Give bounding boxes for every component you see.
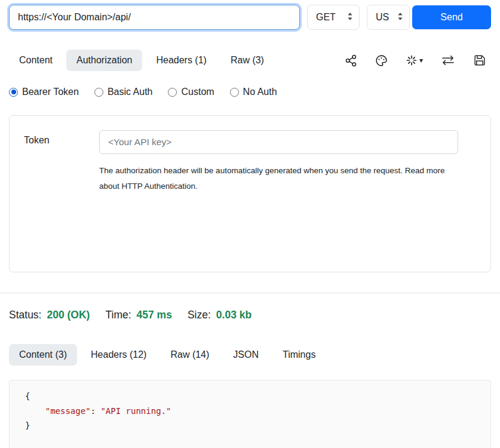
response-body: { "message": "API running." } (9, 380, 491, 448)
token-label: Token (24, 130, 99, 146)
save-icon[interactable] (473, 54, 486, 67)
resp-tab-timings[interactable]: Timings (272, 344, 326, 366)
token-field-area: The authorization header will be automat… (99, 130, 458, 195)
resp-tab-json[interactable]: JSON (223, 344, 269, 366)
token-helper-text: The authorization header will be automat… (99, 163, 450, 195)
tab-authorization[interactable]: Authorization (66, 50, 142, 71)
radio-no-auth[interactable]: No Auth (230, 87, 277, 97)
tab-content[interactable]: Content (9, 50, 63, 71)
radio-custom[interactable]: Custom (168, 87, 214, 97)
token-panel: Token The authorization header will be a… (9, 115, 491, 272)
json-indent (25, 406, 45, 416)
radio-unselected-icon (168, 88, 177, 97)
select-arrows-icon (397, 12, 403, 23)
request-toolbar: ▾ (345, 54, 491, 67)
magic-clean-icon[interactable]: ▾ (406, 54, 423, 66)
json-value: "API running." (100, 406, 171, 416)
select-arrows-icon (347, 12, 353, 23)
region-select-value: US (376, 12, 389, 23)
json-brace: } (25, 421, 30, 430)
auth-type-options: Bearer Token Basic Auth Custom No Auth (9, 87, 491, 97)
share-nodes-icon[interactable] (345, 54, 357, 67)
json-separator: : (91, 406, 101, 416)
radio-bearer-token[interactable]: Bearer Token (9, 87, 79, 97)
json-key: "message" (45, 406, 91, 416)
palette-icon[interactable] (375, 54, 388, 67)
api-client-page: GET US Send Content Authorization Header… (0, 0, 500, 448)
request-bar: GET US Send (9, 5, 491, 30)
token-input[interactable] (99, 130, 458, 154)
chevron-down-icon: ▾ (419, 56, 423, 65)
tab-headers[interactable]: Headers (1) (146, 50, 216, 71)
radio-selected-icon (9, 88, 18, 97)
radio-unselected-icon (94, 88, 103, 97)
resp-tab-content[interactable]: Content (3) (9, 344, 77, 366)
response-tabs: Content (3) Headers (12) Raw (14) JSON T… (9, 344, 491, 366)
resp-tab-headers[interactable]: Headers (12) (81, 344, 157, 366)
request-tabs: Content Authorization Headers (1) Raw (3… (9, 50, 491, 71)
method-select[interactable]: GET (307, 5, 360, 30)
status-value: 200 (OK) (47, 309, 90, 321)
radio-basic-auth[interactable]: Basic Auth (94, 87, 153, 97)
response-status-bar: Status: 200 (OK) Time: 457 ms Size: 0.03… (9, 309, 491, 321)
method-select-value: GET (316, 12, 336, 23)
send-button[interactable]: Send (412, 5, 491, 29)
radio-unselected-icon (230, 88, 239, 97)
swap-arrows-icon[interactable] (441, 54, 455, 66)
time-label: Time: (105, 309, 131, 321)
size-label: Size: (188, 309, 211, 321)
time-value: 457 ms (137, 309, 172, 321)
size-value: 0.03 kb (216, 309, 251, 321)
status-label: Status: (9, 309, 41, 321)
resp-tab-raw[interactable]: Raw (14) (160, 344, 219, 366)
tab-raw[interactable]: Raw (3) (220, 50, 274, 71)
section-divider (0, 293, 500, 293)
json-brace: { (25, 391, 30, 401)
url-input[interactable] (9, 5, 300, 30)
region-select[interactable]: US (367, 5, 410, 30)
